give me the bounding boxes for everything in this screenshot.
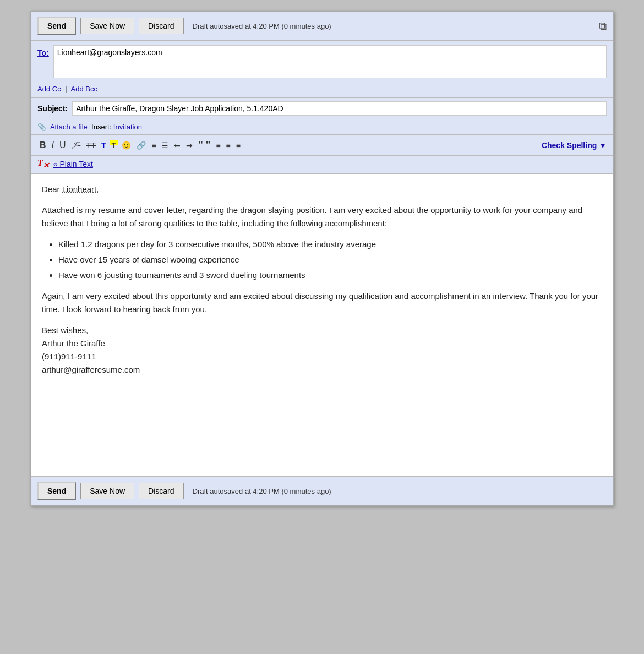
invitation-link[interactable]: Invitation — [113, 123, 142, 131]
plain-text-link[interactable]: « Plain Text — [53, 160, 93, 168]
cc-bcc-row: Add Cc | Add Bcc — [31, 83, 613, 97]
insert-label: Insert: — [89, 123, 113, 131]
toolbar-bottom: Send Save Now Discard Draft autosaved at… — [31, 477, 613, 505]
add-cc-link[interactable]: Add Cc — [37, 85, 61, 93]
autosave-status-bottom: Draft autosaved at 4:20 PM (0 minutes ag… — [193, 487, 331, 495]
paperclip-icon: 📎 — [37, 123, 46, 131]
subject-label: Subject: — [37, 104, 68, 113]
body-paragraph1: Attached is my resume and cover letter, … — [42, 204, 602, 230]
attach-row: 📎 Attach a file Insert: Invitation — [31, 119, 613, 135]
save-now-button-top[interactable]: Save Now — [80, 18, 134, 34]
to-field[interactable]: Lionheart@gragonslayers.com — [53, 45, 607, 78]
cc-bcc-separator: | — [65, 85, 67, 93]
format-toolbar: B I U 𝓕- TT T T 🙂 🔗 ≡ ☰ ⬅ ➡ " " ≡ ≡ ≡ Ch… — [31, 135, 613, 156]
link-button[interactable]: 🔗 — [134, 140, 148, 151]
to-row: To: Lionheart@gragonslayers.com — [31, 41, 613, 83]
align-left-button[interactable]: ≡ — [214, 140, 222, 151]
toolbar-top: Send Save Now Discard Draft autosaved at… — [31, 12, 613, 41]
remove-formatting-icon: T✕ — [37, 158, 49, 170]
list-item: Killed 1.2 dragons per day for 3 consecu… — [58, 238, 602, 251]
strikethrough-button[interactable]: TT — [84, 140, 98, 151]
body-closing: Best wishes, Arthur the Giraffe (911)911… — [42, 324, 602, 377]
email-body[interactable]: Dear Lionheart, Attached is my resume an… — [31, 174, 613, 477]
body-bullet-list: Killed 1.2 dragons per day for 3 consecu… — [58, 238, 602, 282]
indent-increase-button[interactable]: ➡ — [184, 140, 195, 151]
save-now-button-bottom[interactable]: Save Now — [80, 483, 134, 499]
blockquote-button[interactable]: " " — [196, 138, 212, 152]
highlight-button[interactable]: T — [110, 140, 119, 151]
body-paragraph2: Again, I am very excited about this oppo… — [42, 290, 602, 316]
plain-text-row: T✕ « Plain Text — [31, 156, 613, 174]
subject-field[interactable] — [72, 101, 607, 116]
autosave-status-top: Draft autosaved at 4:20 PM (0 minutes ag… — [193, 22, 331, 30]
align-right-button[interactable]: ≡ — [234, 140, 243, 151]
font-color-button[interactable]: T — [99, 140, 108, 151]
bold-button[interactable]: B — [37, 139, 48, 151]
list-item: Have won 6 jousting tournaments and 3 sw… — [58, 269, 602, 282]
ordered-list-button[interactable]: ≡ — [149, 140, 158, 151]
add-bcc-link[interactable]: Add Bcc — [71, 85, 97, 93]
to-label: To: — [37, 48, 49, 57]
subject-row: Subject: — [31, 97, 613, 119]
font-script-button[interactable]: 𝓕- — [69, 139, 83, 151]
email-compose-window: Send Save Now Discard Draft autosaved at… — [30, 11, 614, 506]
discard-button-top[interactable]: Discard — [139, 18, 183, 34]
italic-button[interactable]: I — [50, 139, 56, 151]
send-button-bottom[interactable]: Send — [37, 482, 76, 500]
greeting-name: Lionheart — [62, 184, 97, 194]
body-greeting: Dear Lionheart, — [42, 183, 602, 196]
emoji-button[interactable]: 🙂 — [119, 140, 133, 151]
list-item: Have over 15 years of damsel wooing expe… — [58, 253, 602, 266]
indent-decrease-button[interactable]: ⬅ — [172, 140, 183, 151]
discard-button-bottom[interactable]: Discard — [139, 483, 183, 499]
check-spelling-button[interactable]: Check Spelling ▼ — [542, 141, 607, 150]
underline-button[interactable]: U — [57, 139, 68, 151]
window-icon[interactable]: ⧉ — [599, 20, 607, 32]
attach-file-link[interactable]: Attach a file — [50, 123, 88, 131]
send-button-top[interactable]: Send — [37, 17, 76, 35]
unordered-list-button[interactable]: ☰ — [159, 140, 171, 151]
align-center-button[interactable]: ≡ — [224, 140, 233, 151]
